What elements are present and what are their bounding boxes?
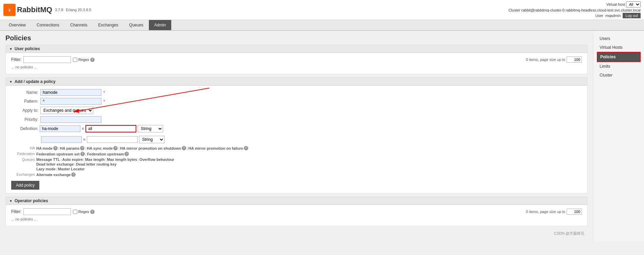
regex-checkbox[interactable]	[73, 58, 77, 62]
name-required: *	[103, 90, 105, 94]
ha-sync-link[interactable]: HA sync mode	[87, 146, 113, 150]
logout-button[interactable]: Log out	[623, 13, 641, 18]
priority-label: Priority:	[11, 117, 38, 122]
nav-admin[interactable]: Admin	[149, 20, 171, 30]
pattern-input[interactable]	[40, 98, 101, 105]
user-policies-header[interactable]: ▼ User policies	[6, 45, 587, 53]
user-policies-section: ▼ User policies Filter: Regex ? 0 items,	[5, 45, 588, 74]
op-page-size-input[interactable]	[567, 209, 582, 215]
apply-to-select[interactable]: Exchanges and queues Exchanges Queues	[40, 107, 93, 114]
ha-sync-help[interactable]: ?	[113, 146, 118, 150]
def-key-input[interactable]	[40, 125, 80, 132]
ha-mode-link[interactable]: HA mode	[36, 146, 53, 150]
lazy-mode-link[interactable]: Lazy mode	[36, 167, 56, 171]
op-no-policies: ... no policies ...	[11, 217, 582, 221]
ha-promotion-shutdown-link[interactable]: HA mirror promotion on shutdown	[120, 146, 181, 150]
add-policy-header[interactable]: ▼ Add / update a policy	[6, 78, 587, 86]
add-policy-section: ▼ Add / update a policy Name: * Pattern:	[5, 78, 588, 193]
ha-params-help[interactable]: ?	[80, 146, 84, 150]
op-page-size-prefix: 0 items, page size up to	[526, 210, 565, 214]
top-right: Virtual host All Cluster rabbit@rabbitmq…	[508, 1, 641, 18]
op-filter-input[interactable]	[23, 208, 71, 215]
def-type-select-2[interactable]: String Number Boolean List	[139, 136, 164, 143]
logo: 🐰 RabbitMQ	[3, 4, 52, 16]
page-size-info: 0 items, page size up to	[526, 57, 582, 63]
virtual-host-select[interactable]: All	[626, 1, 641, 7]
watermark: CSDN @方圆师兄	[5, 230, 588, 237]
ha-links: HA mode ? | HA params ? | HA sync mode ?…	[36, 146, 248, 150]
ha-promotion-failure-link[interactable]: HA mirror promotion on failure	[189, 146, 243, 150]
operator-policies-header[interactable]: ▼ Operator policies	[6, 197, 587, 205]
def-key-input-2[interactable]	[41, 136, 82, 143]
logo-text: RabbitMQ	[17, 5, 52, 14]
ha-params-link[interactable]: HA params	[60, 146, 80, 150]
sidebar-item-cluster[interactable]: Cluster	[597, 71, 641, 80]
op-regex-check: Regex ?	[73, 210, 95, 214]
def-val-input[interactable]	[85, 125, 136, 132]
user-value: mqadmin	[605, 14, 621, 18]
sidebar-item-policies[interactable]: Policies	[598, 52, 640, 61]
op-filter-row: Filter: Regex ? 0 items, page size up to	[11, 208, 582, 215]
msg-ttl-link[interactable]: Message TTL	[36, 157, 60, 162]
fed-upstream-set-help[interactable]: ?	[80, 152, 85, 156]
regex-help-icon[interactable]: ?	[90, 58, 95, 62]
op-regex-help-icon[interactable]: ?	[90, 210, 95, 214]
page-size-input[interactable]	[567, 57, 582, 63]
ha-mode-help[interactable]: ?	[53, 146, 58, 150]
op-regex-checkbox[interactable]	[73, 210, 77, 214]
name-input[interactable]	[40, 89, 101, 96]
def-val-input-2[interactable]	[87, 136, 138, 143]
def-eq: =	[82, 126, 84, 131]
nav-queues[interactable]: Queues	[124, 20, 149, 30]
exchanges-label: Exchanges	[11, 172, 35, 176]
regex-check: Regex ?	[73, 58, 95, 62]
alternate-exchange-help[interactable]: ?	[71, 172, 76, 177]
erlang-version: Erlang 20.3.8.5	[66, 8, 91, 12]
user-label: User	[596, 14, 603, 18]
add-policy-title: Add / update a policy	[15, 79, 56, 84]
sidebar-item-virtual-hosts[interactable]: Virtual Hosts	[597, 43, 641, 52]
user-policies-body: Filter: Regex ? 0 items, page size up to…	[6, 53, 587, 74]
page-size-prefix: 0 items, page size up to	[526, 58, 565, 62]
priority-input[interactable]	[40, 116, 101, 123]
ha-promotion-shutdown-help[interactable]: ?	[182, 146, 186, 150]
main-layout: Policies ▼ User policies Filter: Regex ?	[0, 31, 644, 241]
fed-upstream-link[interactable]: Federation upstream	[87, 152, 124, 156]
max-length-link[interactable]: Max length	[85, 157, 104, 162]
collapse-arrow: ▼	[9, 47, 13, 51]
nav-overview[interactable]: Overview	[3, 20, 31, 30]
dead-letter-exchange-link[interactable]: Dead letter exchange	[36, 162, 74, 166]
priority-row: Priority:	[11, 116, 582, 123]
max-length-bytes-link[interactable]: Max length bytes	[107, 157, 137, 162]
nav-channels[interactable]: Channels	[65, 20, 93, 30]
definition-label: Definition:	[11, 126, 38, 131]
regex-label: Regex	[78, 58, 89, 62]
name-row: Name: *	[11, 89, 582, 96]
sidebar-item-limits[interactable]: Limits	[597, 62, 641, 71]
ha-promotion-failure-help[interactable]: ?	[244, 146, 248, 150]
overflow-link[interactable]: Overflow behaviour	[139, 157, 174, 162]
nav-connections[interactable]: Connections	[31, 20, 65, 30]
hints-section: HA HA mode ? | HA params ? | HA sync mod…	[11, 146, 582, 177]
queues-links-row2: Dead letter exchange | Dead letter routi…	[36, 162, 174, 166]
fed-upstream-set-link[interactable]: Federation upstream set	[36, 152, 80, 156]
user-row: User mqadmin Log out	[508, 13, 641, 18]
federation-links: Federation upstream set ? | Federation u…	[36, 152, 129, 156]
pattern-row: Pattern: *	[11, 98, 582, 105]
sidebar-item-users[interactable]: Users	[597, 34, 641, 43]
dead-letter-routing-key-link[interactable]: Dead letter routing key	[76, 162, 117, 166]
def-type-select-1[interactable]: String Number Boolean List	[138, 125, 163, 132]
exchanges-hint-group: Exchanges Alternate exchange ?	[11, 172, 582, 177]
auto-expire-link[interactable]: Auto expire	[62, 157, 83, 162]
filter-input[interactable]	[23, 56, 71, 63]
pattern-label: Pattern:	[11, 99, 38, 104]
no-policies: ... no policies ...	[11, 65, 582, 69]
alternate-exchange-link[interactable]: Alternate exchange	[36, 173, 71, 177]
nav-exchanges[interactable]: Exchanges	[93, 20, 123, 30]
add-policy-button[interactable]: Add policy	[11, 181, 39, 190]
sidebar: Users Virtual Hosts Policies Limits Clus…	[593, 31, 644, 241]
ha-label: HA	[11, 146, 35, 150]
master-locator-link[interactable]: Master Locator	[58, 167, 85, 171]
add-policy-arrow: ▼	[9, 80, 13, 84]
fed-upstream-help[interactable]: ?	[124, 152, 129, 156]
